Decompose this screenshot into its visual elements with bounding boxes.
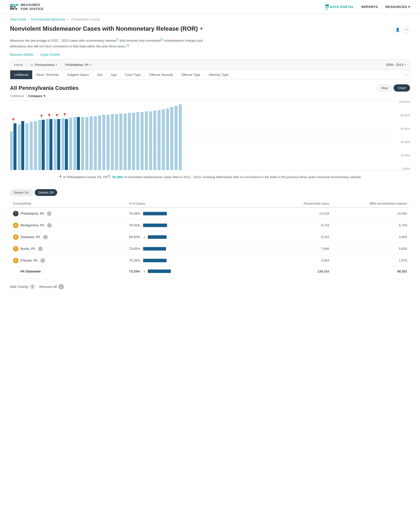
bar-dark-10[interactable] [77, 117, 80, 170]
tab-race-ethnicity[interactable]: Race / Ethnicity [32, 70, 63, 79]
bar-light-24[interactable] [136, 112, 139, 170]
bar-light-28[interactable] [153, 111, 156, 170]
bar-light-6[interactable] [46, 119, 49, 170]
bar-group-33 [175, 106, 178, 170]
bar-light-1[interactable] [18, 125, 21, 170]
bar-light-25[interactable] [141, 112, 144, 170]
remove-county-button-3[interactable]: − [38, 247, 43, 251]
bar-light-17[interactable] [107, 115, 110, 170]
bar-light-23[interactable] [132, 113, 135, 170]
table-row: AMontgomery, PA−76.91%8,7236,709 [10, 219, 410, 231]
with-release-1: 6,709 [332, 219, 410, 231]
close-button[interactable]: ✕ [403, 26, 410, 33]
bar-group-7: 📍 [54, 119, 60, 170]
col-county: County/State [10, 200, 126, 208]
filter-state-selector[interactable]: Pennsylvania ▾ [30, 63, 57, 67]
with-release-2: 3,604 [332, 231, 410, 243]
bar-group-13 [90, 116, 93, 170]
bar-pin-marker-0: 📍 [11, 118, 16, 123]
tab-unfiltered[interactable]: Unfiltered [10, 70, 32, 79]
bar-light-15[interactable] [98, 116, 101, 170]
bar-light-21[interactable] [124, 114, 127, 170]
bar-light-3[interactable] [30, 122, 33, 170]
tab-offense-severity[interactable]: Offense Severity [145, 70, 177, 79]
remove-county-button-4[interactable]: − [40, 258, 45, 263]
bar-light-10[interactable] [73, 117, 76, 170]
bar-group-12 [85, 117, 88, 170]
bar-dark-6[interactable] [49, 119, 52, 170]
bar-light-34[interactable] [179, 104, 182, 170]
bar-light-11[interactable] [81, 117, 84, 170]
remove-county-button-1[interactable]: − [47, 223, 52, 228]
bar-light-19[interactable] [115, 114, 118, 170]
filter-tab-more[interactable]: › [403, 70, 410, 79]
remove-county-button-2[interactable]: − [43, 235, 48, 239]
bar-light-7[interactable] [54, 119, 57, 170]
bar-dark-1[interactable] [21, 121, 24, 170]
tab-court-type[interactable]: Court Type [121, 70, 145, 79]
bar-group-18 [111, 114, 114, 170]
bar-light-0[interactable] [10, 132, 13, 170]
bar-dark-7[interactable] [57, 119, 60, 170]
bar-light-26[interactable] [145, 111, 148, 170]
breadcrumb-pennsylvania[interactable]: Pennsylvania Measures [31, 17, 65, 21]
bar-dark-5[interactable] [42, 120, 45, 170]
bar-group-26 [145, 111, 148, 170]
chart-view-button[interactable]: Chart [394, 84, 410, 92]
bar-light-18[interactable] [111, 114, 114, 170]
bar-chart-wrapper: 📍📍📍📍📍 100.00% 80.00% 60.00% 40.00% 20.00… [10, 100, 410, 170]
bar-group-9 [69, 118, 72, 170]
county-pin-3: C [13, 246, 18, 252]
bar-light-2[interactable] [25, 123, 28, 170]
share-button[interactable]: 👤 [394, 26, 401, 33]
chart-caption: 📍 In Philadelphia County, PA, PA[4], 76.… [10, 170, 410, 184]
bar-light-8[interactable] [61, 118, 64, 170]
details-on-button[interactable]: Details On [10, 189, 33, 196]
bar-dark-8[interactable] [65, 119, 68, 170]
map-view-button[interactable]: Map [377, 84, 392, 92]
bar-dark-0[interactable] [13, 123, 16, 170]
bar-light-30[interactable] [162, 109, 165, 170]
tab-indigent-status[interactable]: Indigent Status [63, 70, 93, 79]
detail-links: Measure Details | Legal Context [0, 52, 420, 59]
bar-light-9[interactable] [69, 118, 72, 170]
col-prosecuted: Prosecuted cases [250, 200, 332, 208]
bar-light-12[interactable] [85, 117, 88, 170]
nav-reports[interactable]: REPORTS [361, 5, 378, 9]
tab-offense-type[interactable]: Offense Type [177, 70, 205, 79]
bar-light-20[interactable] [119, 114, 122, 170]
measure-details-link[interactable]: Measure Details [10, 53, 33, 56]
nav-resources[interactable]: RESOURCES ▾ [386, 5, 410, 9]
county-pin-0: 📍 [13, 211, 18, 216]
remove-all-button[interactable]: Remove All − [39, 284, 64, 289]
nav-data-portal[interactable]: DATA PORTAL [325, 4, 354, 9]
compare-button[interactable]: Compare ▾ [28, 94, 45, 98]
county-name-2: Delaware, PA [20, 235, 40, 239]
pct-value-1: 76.91% [129, 223, 141, 227]
bar-light-33[interactable] [175, 106, 178, 170]
remove-county-button-0[interactable]: − [47, 211, 51, 216]
legal-context-link[interactable]: Legal Context [40, 53, 60, 56]
bar-light-32[interactable] [170, 107, 173, 170]
tab-attorney-type[interactable]: Attorney Type [205, 70, 233, 79]
tab-age[interactable]: Age [107, 70, 121, 79]
details-off-button[interactable]: Details Off [35, 189, 57, 196]
bar-light-4[interactable] [34, 121, 37, 170]
tab-sex[interactable]: Sex [93, 70, 107, 79]
y-label-40: 40.00% [399, 140, 410, 143]
filter-date-selector[interactable]: 2009 - 2013 ▾ [386, 63, 406, 67]
bar-light-5[interactable] [38, 120, 41, 170]
bar-light-16[interactable] [102, 115, 105, 170]
bar-light-13[interactable] [90, 116, 93, 170]
top-navigation: MEASURES FOR JUSTICE DATA PORTAL REPORTS… [0, 0, 420, 14]
add-county-button[interactable]: Add County + [10, 284, 35, 289]
filter-county-selector[interactable]: Philadelphia, PA ▾ [61, 63, 91, 67]
bar-light-14[interactable] [94, 116, 97, 170]
breadcrumb-data-portal[interactable]: Data Portal [10, 17, 26, 21]
bar-light-31[interactable] [166, 109, 169, 170]
bar-light-27[interactable] [149, 111, 152, 170]
title-dropdown-icon[interactable]: ▾ [200, 26, 203, 31]
filter-home[interactable]: Home [14, 63, 23, 67]
bar-light-29[interactable] [158, 110, 161, 170]
bar-light-22[interactable] [128, 113, 131, 170]
